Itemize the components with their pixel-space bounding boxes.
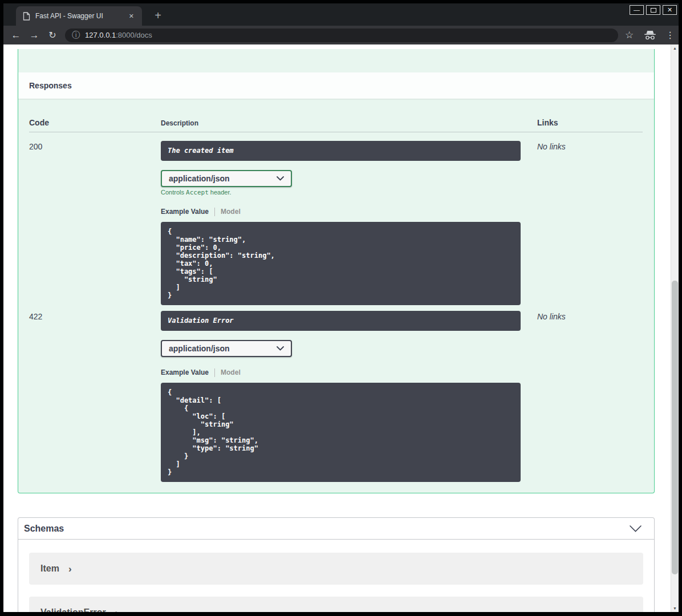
example-code-block: { "detail": [ { "loc": [ "string" ], "ms… (161, 383, 521, 482)
accept-note-post: header. (209, 189, 232, 196)
reload-button[interactable]: ↻ (46, 31, 59, 40)
schemas-section: Schemas Item › ValidationError › (18, 517, 655, 612)
response-code: 422 (29, 311, 161, 482)
accept-note-pre: Controls (161, 189, 186, 196)
swagger-page: Responses Code Description Links 200 The… (3, 44, 671, 612)
forward-button[interactable]: → (27, 30, 41, 40)
scroll-down-icon[interactable]: ▼ (671, 606, 679, 610)
responses-section-header: Responses (18, 72, 654, 99)
response-description-col: The created item application/json Contro… (161, 141, 521, 305)
tab-example-value[interactable]: Example Value (161, 368, 215, 377)
maximize-button[interactable] (646, 5, 660, 15)
chevron-down-icon (277, 176, 284, 181)
model-name: ValidationError (40, 607, 106, 612)
response-description: The created item (161, 141, 521, 161)
close-window-button[interactable]: ✕ (663, 5, 677, 15)
media-type-select[interactable]: application/json (161, 340, 292, 357)
address-bar[interactable]: ⓘ 127.0.0.1:8000/docs (65, 29, 618, 42)
header-description: Description (161, 118, 521, 127)
maximize-icon (651, 8, 656, 13)
response-row-422: 422 Validation Error application/json Ex… (29, 305, 643, 482)
new-tab-button[interactable]: + (151, 9, 165, 23)
back-button[interactable]: ← (9, 30, 23, 40)
responses-title: Responses (29, 81, 72, 90)
example-json: { "detail": [ { "loc": [ "string" ], "ms… (168, 388, 514, 476)
url-text: 127.0.0.1:8000/docs (85, 31, 152, 39)
media-type-value: application/json (169, 344, 230, 353)
chevron-down-icon (277, 346, 284, 351)
page-icon (23, 12, 30, 21)
window-controls: — ✕ (630, 5, 677, 15)
minimize-button[interactable]: — (630, 5, 644, 15)
accept-note-code: Accept (186, 189, 209, 196)
model-name: Item (40, 564, 59, 574)
response-links: No links (521, 141, 643, 305)
url-path: :8000/docs (116, 31, 152, 39)
browser-window: Fast API - Swagger UI ✕ + — ✕ ← → ↻ ⓘ 12… (0, 0, 682, 616)
tab-model[interactable]: Model (221, 208, 241, 216)
tab-model[interactable]: Model (221, 368, 241, 377)
chevron-right-icon: › (68, 564, 72, 574)
browser-menu-icon[interactable]: ⋮ (665, 30, 675, 40)
browser-toolbar: ← → ↻ ⓘ 127.0.0.1:8000/docs ☆ ⋮ (3, 26, 679, 44)
responses-table: Code Description Links 200 The created i… (18, 99, 654, 493)
responses-table-header: Code Description Links (29, 118, 643, 132)
header-code: Code (29, 118, 161, 127)
example-json: { "name": "string", "price": 0, "descrip… (168, 228, 514, 299)
accept-header-note: Controls Accept header. (161, 189, 521, 196)
bookmark-star-icon[interactable]: ☆ (625, 29, 634, 41)
model-validationerror[interactable]: ValidationError › (29, 597, 643, 612)
opblock-body-spacer (18, 49, 654, 72)
browser-tab[interactable]: Fast API - Swagger UI ✕ (16, 6, 142, 26)
response-description: Validation Error (161, 311, 521, 331)
tab-close-icon[interactable]: ✕ (127, 11, 136, 21)
page-scrollbar[interactable]: ▲ ▼ (671, 44, 679, 612)
example-code-block: { "name": "string", "price": 0, "descrip… (161, 222, 521, 305)
operation-block: Responses Code Description Links 200 The… (18, 49, 655, 493)
response-row-200: 200 The created item application/json Co… (29, 132, 643, 305)
site-info-icon[interactable]: ⓘ (72, 30, 80, 40)
example-model-tabs: Example Value Model (161, 208, 521, 216)
response-links: No links (521, 311, 643, 482)
tab-title: Fast API - Swagger UI (35, 12, 127, 20)
tab-bar: Fast API - Swagger UI ✕ + — ✕ (3, 3, 679, 26)
chevron-right-icon: › (115, 608, 119, 613)
chevron-down-icon[interactable] (630, 525, 642, 532)
url-host: 127.0.0.1 (85, 31, 116, 39)
media-type-value: application/json (169, 174, 230, 183)
scrollbar-thumb[interactable] (672, 281, 678, 574)
model-item[interactable]: Item › (29, 553, 643, 585)
incognito-icon (644, 30, 656, 40)
response-code: 200 (29, 141, 161, 305)
header-links: Links (521, 118, 643, 127)
schemas-title: Schemas (24, 524, 64, 534)
schemas-header[interactable]: Schemas (18, 518, 654, 540)
tab-example-value[interactable]: Example Value (161, 208, 215, 216)
example-model-tabs: Example Value Model (161, 368, 521, 377)
scroll-up-icon[interactable]: ▲ (671, 46, 679, 50)
media-type-select[interactable]: application/json (161, 170, 292, 187)
response-description-col: Validation Error application/json Exampl… (161, 311, 521, 482)
